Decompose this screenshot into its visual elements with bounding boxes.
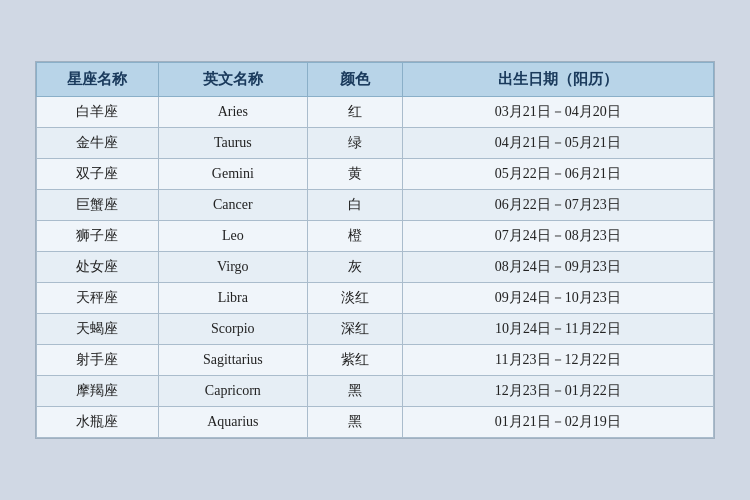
cell-color: 黑 — [307, 407, 402, 438]
cell-date: 11月23日－12月22日 — [402, 345, 713, 376]
cell-color: 淡红 — [307, 283, 402, 314]
cell-date: 07月24日－08月23日 — [402, 221, 713, 252]
cell-date: 04月21日－05月21日 — [402, 128, 713, 159]
header-chinese: 星座名称 — [37, 63, 159, 97]
cell-english: Taurus — [158, 128, 307, 159]
cell-chinese: 水瓶座 — [37, 407, 159, 438]
cell-english: Gemini — [158, 159, 307, 190]
cell-color: 灰 — [307, 252, 402, 283]
table-row: 射手座Sagittarius紫红11月23日－12月22日 — [37, 345, 714, 376]
cell-date: 10月24日－11月22日 — [402, 314, 713, 345]
cell-date: 08月24日－09月23日 — [402, 252, 713, 283]
cell-date: 09月24日－10月23日 — [402, 283, 713, 314]
header-english: 英文名称 — [158, 63, 307, 97]
table-row: 狮子座Leo橙07月24日－08月23日 — [37, 221, 714, 252]
cell-color: 橙 — [307, 221, 402, 252]
table-row: 金牛座Taurus绿04月21日－05月21日 — [37, 128, 714, 159]
cell-color: 黄 — [307, 159, 402, 190]
table-row: 巨蟹座Cancer白06月22日－07月23日 — [37, 190, 714, 221]
header-color: 颜色 — [307, 63, 402, 97]
cell-color: 绿 — [307, 128, 402, 159]
table-row: 水瓶座Aquarius黑01月21日－02月19日 — [37, 407, 714, 438]
cell-chinese: 天秤座 — [37, 283, 159, 314]
cell-english: Sagittarius — [158, 345, 307, 376]
cell-chinese: 白羊座 — [37, 97, 159, 128]
table-header-row: 星座名称 英文名称 颜色 出生日期（阳历） — [37, 63, 714, 97]
cell-chinese: 射手座 — [37, 345, 159, 376]
cell-english: Aquarius — [158, 407, 307, 438]
cell-chinese: 巨蟹座 — [37, 190, 159, 221]
cell-chinese: 天蝎座 — [37, 314, 159, 345]
cell-color: 白 — [307, 190, 402, 221]
cell-chinese: 金牛座 — [37, 128, 159, 159]
table-row: 天秤座Libra淡红09月24日－10月23日 — [37, 283, 714, 314]
cell-chinese: 处女座 — [37, 252, 159, 283]
cell-date: 05月22日－06月21日 — [402, 159, 713, 190]
cell-chinese: 双子座 — [37, 159, 159, 190]
cell-english: Aries — [158, 97, 307, 128]
cell-date: 12月23日－01月22日 — [402, 376, 713, 407]
cell-date: 03月21日－04月20日 — [402, 97, 713, 128]
table-row: 白羊座Aries红03月21日－04月20日 — [37, 97, 714, 128]
cell-english: Capricorn — [158, 376, 307, 407]
cell-color: 紫红 — [307, 345, 402, 376]
cell-english: Leo — [158, 221, 307, 252]
zodiac-table-container: 星座名称 英文名称 颜色 出生日期（阳历） 白羊座Aries红03月21日－04… — [35, 61, 715, 439]
cell-color: 红 — [307, 97, 402, 128]
table-row: 摩羯座Capricorn黑12月23日－01月22日 — [37, 376, 714, 407]
cell-english: Libra — [158, 283, 307, 314]
table-row: 天蝎座Scorpio深红10月24日－11月22日 — [37, 314, 714, 345]
cell-date: 06月22日－07月23日 — [402, 190, 713, 221]
cell-english: Scorpio — [158, 314, 307, 345]
cell-chinese: 摩羯座 — [37, 376, 159, 407]
cell-english: Virgo — [158, 252, 307, 283]
cell-date: 01月21日－02月19日 — [402, 407, 713, 438]
zodiac-table: 星座名称 英文名称 颜色 出生日期（阳历） 白羊座Aries红03月21日－04… — [36, 62, 714, 438]
table-row: 处女座Virgo灰08月24日－09月23日 — [37, 252, 714, 283]
cell-color: 黑 — [307, 376, 402, 407]
cell-color: 深红 — [307, 314, 402, 345]
cell-chinese: 狮子座 — [37, 221, 159, 252]
header-date: 出生日期（阳历） — [402, 63, 713, 97]
cell-english: Cancer — [158, 190, 307, 221]
table-row: 双子座Gemini黄05月22日－06月21日 — [37, 159, 714, 190]
